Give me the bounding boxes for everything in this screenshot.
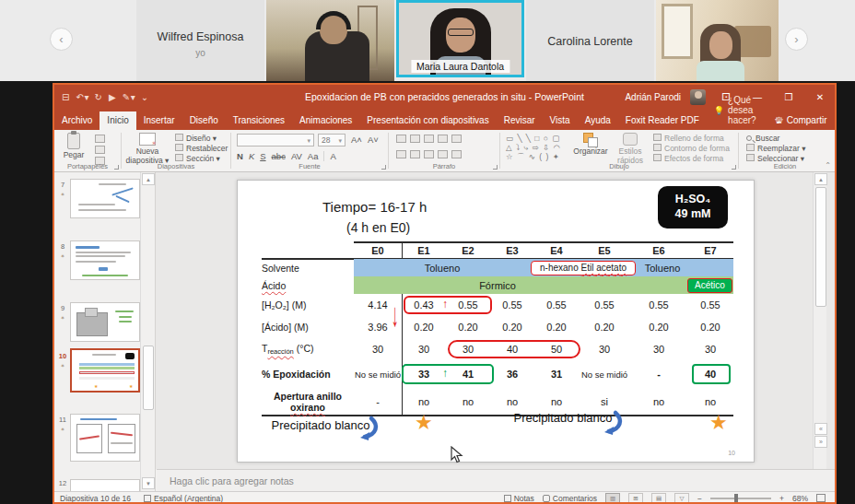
pen-input-icon[interactable] [123,92,135,102]
scrollbar-thumb[interactable] [143,346,154,410]
participant-tile-maria-active[interactable]: Maria Laura Dantola [396,0,524,77]
zoom-out-button[interactable]: − [697,494,702,503]
thumbnail-slide-9[interactable] [70,302,140,342]
layout-button[interactable]: Diseño ▾ [175,134,217,143]
reset-button[interactable]: Restablecer [175,144,228,153]
slide-time-text[interactable]: Tiempo= 16-17 h [322,199,427,215]
comments-toggle[interactable]: Comentarios [543,494,597,503]
font-color-button[interactable]: A [323,151,335,161]
arrange-button[interactable]: Organizar [570,133,611,156]
change-case-button[interactable]: Aa [308,151,319,161]
strikethrough-button[interactable]: abc [272,151,286,161]
thumbnail-slide-7[interactable] [70,179,140,218]
dialog-launcher-icon[interactable] [381,165,386,170]
align-right-icon[interactable] [424,150,434,158]
share-button[interactable]: Compartir [764,111,837,130]
normal-view-button[interactable]: ▥ [605,493,620,503]
customize-toolbar-icon[interactable] [141,92,148,102]
thumbnail-slide-8[interactable] [70,240,140,280]
save-icon[interactable] [62,92,69,102]
slideshow-view-button[interactable]: ▽ [674,493,689,503]
tab-presentacion[interactable]: Presentación con diapositivas [359,111,496,130]
thumbnail-slide-12[interactable] [70,479,140,491]
participant-tile-carolina[interactable]: Carolina Lorente [526,0,654,81]
tab-vista[interactable]: Vista [543,111,578,130]
tab-diseno[interactable]: Diseño [182,111,226,130]
scrollbar-thumb[interactable] [815,187,826,307]
zoom-slider[interactable] [710,498,771,499]
shrink-font-button[interactable]: A˅ [368,135,379,145]
thumbnail-slide-11[interactable] [70,414,140,462]
account-user-name[interactable]: Adrián Parodi [625,92,681,102]
justify-icon[interactable] [438,150,448,158]
participant-video-tile[interactable] [656,0,779,81]
decrease-indent-icon[interactable] [424,135,434,143]
thumbnail-scrollbar[interactable]: ▲ ▼ [140,172,155,491]
scroll-up-button[interactable]: ▲ [142,173,155,185]
tab-ayuda[interactable]: Ayuda [578,111,618,130]
scroll-up-button[interactable]: ▲ [814,173,827,185]
bold-button[interactable]: N [237,151,243,161]
copy-icon[interactable] [95,146,105,154]
notes-pane[interactable]: Haga clic para agregar notas [157,469,835,491]
collapse-ribbon-icon[interactable]: ⌃ [825,161,831,170]
character-spacing-button[interactable]: AV [291,151,302,161]
paste-button[interactable]: Pegar [60,133,88,159]
experiment-table[interactable]: E0 E1 E2 E3 E4 E5 E6 E7 Solvente Tolueno… [262,241,733,418]
zoom-in-button[interactable]: + [779,494,784,503]
increase-indent-icon[interactable] [438,135,448,143]
restore-button[interactable] [778,92,800,102]
thumbnail-slide-10-selected[interactable]: ★ ★ [70,348,140,393]
reading-view-button[interactable]: ▤ [651,493,666,503]
tab-foxit[interactable]: Foxit Reader PDF [618,111,707,130]
h2so4-badge[interactable]: H₂SO₄ 49 mM [658,186,728,229]
precipitado-text-2[interactable]: Precipitado blanco [512,411,614,426]
tab-inicio-active[interactable]: Inicio [100,111,135,130]
new-slide-button[interactable]: Nueva diapositiva ▾ [123,133,171,165]
zoom-slider-thumb[interactable] [734,494,738,502]
scroll-down-button[interactable]: ▼ [142,477,155,489]
shape-fill-button[interactable]: Relleno de forma [653,134,724,143]
redo-icon[interactable] [95,92,102,102]
tab-insertar[interactable]: Insertar [136,111,182,130]
font-family-combo[interactable] [237,134,314,147]
replace-button[interactable]: Reemplazar ▾ [746,144,805,153]
dialog-launcher-icon[interactable] [114,165,119,170]
close-button[interactable] [809,92,831,102]
participant-video-tile[interactable] [266,0,394,81]
quick-styles-button[interactable]: Estilos rápidos [611,133,650,165]
tell-me-search[interactable]: ¿Qué desea hacer? [707,91,764,130]
underline-button[interactable]: S [260,151,265,161]
editor-scrollbar[interactable]: ▲ « » [813,172,826,469]
zoom-level[interactable]: 68% [792,494,808,503]
tab-animaciones[interactable]: Animaciones [292,111,359,130]
next-slide-button[interactable]: » [814,436,827,448]
tab-revisar[interactable]: Revisar [497,111,543,130]
previous-slide-button[interactable]: « [814,423,827,435]
avatar[interactable] [690,89,706,105]
dialog-launcher-icon[interactable] [493,165,498,170]
cut-icon[interactable] [95,135,105,143]
align-left-icon[interactable] [396,150,406,158]
columns-icon[interactable] [451,150,462,158]
fit-slide-to-window-icon[interactable] [816,494,826,502]
scroll-left-button[interactable]: ‹ [50,28,73,51]
shapes-gallery[interactable]: ▭ ╲ ╲ □ ○ ▢△ ⤵ ⤷ ⇨ ⇩ ◠☆ ⌒ ∿ ( ) ✦ [506,134,561,161]
tab-transiciones[interactable]: Transiciones [226,111,292,130]
find-button[interactable]: Buscar [746,134,779,143]
dialog-launcher-icon[interactable] [732,165,736,170]
grow-font-button[interactable]: A˄ [351,135,362,145]
language-indicator[interactable]: Español (Argentina) [154,494,223,503]
scroll-right-button[interactable]: › [785,28,808,51]
numbering-icon[interactable] [410,135,420,143]
slide-canvas[interactable]: Tiempo= 16-17 h (4 h en E0) H₂SO₄ 49 mM … [237,180,755,463]
align-center-icon[interactable] [410,150,420,158]
slide-sorter-view-button[interactable]: ⊞ [628,493,643,503]
tab-archivo[interactable]: Archivo [54,111,100,130]
notes-placeholder[interactable]: Haga clic para agregar notas [170,475,294,486]
undo-icon[interactable] [76,92,88,102]
slide-time-subtext[interactable]: (4 h en E0) [346,220,410,235]
line-spacing-icon[interactable] [451,135,462,143]
accessibility-icon[interactable] [144,495,151,502]
italic-button[interactable]: K [249,151,254,161]
